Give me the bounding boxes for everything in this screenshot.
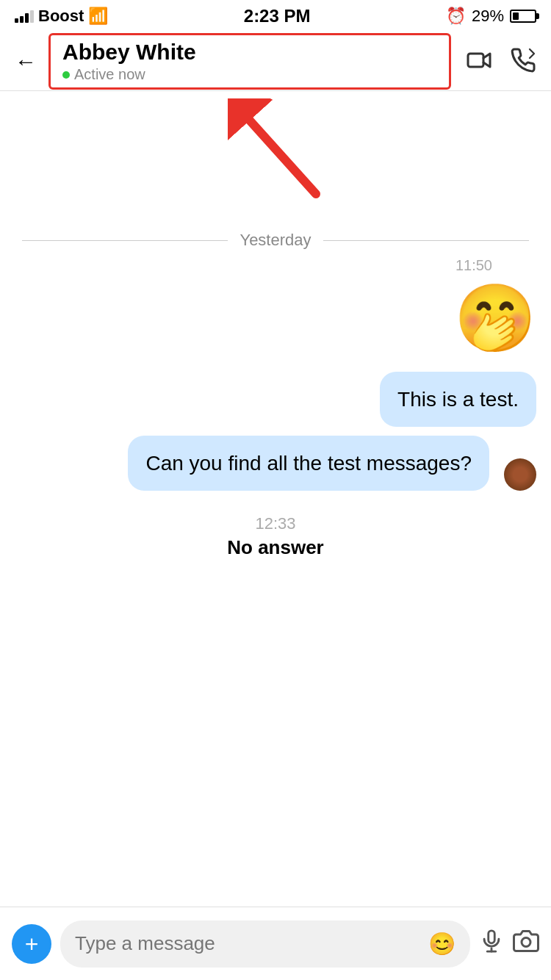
sender-avatar — [504, 458, 536, 491]
svg-line-2 — [250, 120, 316, 194]
chat-area: Yesterday 11:50 🤭 This is a test. Can yo… — [0, 91, 551, 907]
message-timestamp-1150: 11:50 — [0, 257, 551, 274]
battery-percentage: 29% — [472, 7, 504, 26]
signal-bar-3 — [25, 13, 29, 23]
status-left: Boost 📶 — [15, 7, 108, 26]
call-log: 12:33 No answer — [0, 500, 551, 563]
svg-point-6 — [522, 938, 530, 947]
header-actions — [466, 47, 536, 76]
emoji-button[interactable]: 😊 — [428, 931, 455, 956]
call-label: No answer — [0, 536, 551, 559]
divider-line-left — [22, 240, 228, 241]
call-time: 12:33 — [0, 514, 551, 533]
status-right: ⏰ 29% — [446, 7, 536, 26]
bubble-this-is-a-test: This is a test. — [380, 372, 536, 427]
alarm-icon: ⏰ — [446, 7, 466, 26]
add-button[interactable]: + — [12, 924, 51, 964]
signal-bar-2 — [20, 16, 24, 23]
add-icon: + — [25, 932, 39, 956]
active-dot — [62, 71, 70, 79]
bubble-text: This is a test. — [397, 388, 519, 411]
input-bar: + 😊 — [0, 907, 551, 980]
divider-text: Yesterday — [240, 231, 311, 250]
back-button[interactable]: ← — [15, 51, 37, 73]
phone-call-button[interactable] — [510, 47, 536, 76]
active-status: Active now — [62, 66, 437, 83]
status-time: 2:23 PM — [244, 6, 311, 26]
avatar-image — [504, 458, 536, 491]
message-input-wrap: 😊 — [60, 920, 470, 968]
message-row-test: This is a test. — [15, 372, 536, 427]
video-call-button[interactable] — [466, 47, 492, 76]
svg-rect-0 — [468, 54, 483, 67]
signal-bar-4 — [30, 10, 34, 23]
message-row-emoji: 🤭 — [15, 280, 536, 363]
battery-fill — [513, 12, 519, 20]
contact-name: Abbey White — [62, 40, 437, 65]
messages-container: 🤭 This is a test. Can you find all the t… — [0, 280, 551, 491]
message-input[interactable] — [75, 932, 428, 955]
wifi-icon: 📶 — [88, 7, 108, 26]
carrier-name: Boost — [38, 7, 84, 26]
bubble-text-find: Can you find all the test messages? — [145, 452, 472, 475]
signal-bars — [15, 10, 34, 23]
arrow-annotation — [0, 91, 551, 223]
svg-rect-3 — [489, 931, 495, 943]
signal-bar-1 — [15, 18, 18, 23]
emoji-bubble: 🤭 — [454, 280, 536, 357]
contact-info-box[interactable]: Abbey White Active now — [48, 33, 451, 90]
status-bar: Boost 📶 2:23 PM ⏰ 29% — [0, 0, 551, 32]
divider-line-right — [323, 240, 529, 241]
nav-header: ← Abbey White Active now — [0, 32, 551, 91]
red-arrow-svg — [228, 98, 345, 216]
message-row-find: Can you find all the test messages? — [15, 436, 536, 491]
active-text: Active now — [74, 66, 145, 83]
mic-button[interactable] — [479, 929, 504, 959]
bubble-find-messages: Can you find all the test messages? — [128, 436, 489, 491]
battery-icon — [510, 10, 536, 23]
camera-button[interactable] — [513, 928, 539, 959]
date-divider: Yesterday — [0, 223, 551, 257]
